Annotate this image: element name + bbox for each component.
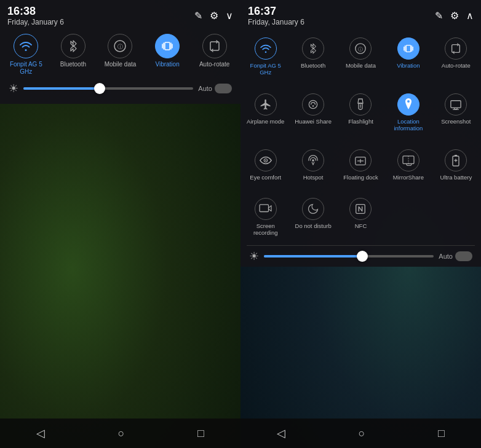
auto-toggle-right[interactable]: [455, 251, 472, 261]
tiles-grid-row4: Screenrecording Do not disturb NFC: [240, 189, 481, 245]
tile-floatingdock-right[interactable]: Floating dock: [338, 146, 383, 184]
status-bar-left: 16:38 Friday, January 6 ✎ ⚙ ∨: [0, 0, 240, 29]
settings-icon-right[interactable]: ⚙: [450, 10, 459, 22]
flashlight-label: Flashlight: [348, 118, 373, 125]
brightness-icon-left: ☀: [9, 82, 18, 95]
home-button-right[interactable]: ○: [359, 427, 365, 440]
location-icon: [403, 98, 413, 111]
mobiledata-label-right: Mobile data: [346, 62, 376, 69]
tile-flashlight-right[interactable]: Flashlight: [338, 90, 383, 136]
mobiledata-icon-left: ⓘ: [113, 39, 127, 53]
floatingdock-icon-wrap: [349, 149, 372, 171]
tile-vibration-left[interactable]: Vibration: [146, 34, 188, 76]
ultrabattery-label: Ultra battery: [440, 174, 472, 181]
screenrecording-icon: [259, 203, 272, 214]
tiles-grid-row1: Fonpit AG 5GHz Bluetooth ⓘ Mobile da: [240, 29, 481, 85]
screenshot-label: Screenshot: [441, 118, 471, 125]
edit-icon-right[interactable]: ✎: [435, 10, 443, 22]
tile-huaweishare-right[interactable]: Huawei Share: [290, 90, 335, 136]
chevron-up-icon-right[interactable]: ∧: [466, 10, 474, 22]
bluetooth-label-right: Bluetooth: [301, 62, 325, 69]
mobiledata-icon-wrap-left: ⓘ: [108, 34, 132, 58]
tile-autorotate-right[interactable]: Auto-rotate: [434, 34, 479, 80]
tile-nfc-right[interactable]: NFC: [338, 194, 383, 240]
tile-airplane-right[interactable]: Airplane mode: [243, 90, 288, 136]
brightness-row-left: ☀ Auto: [0, 78, 240, 99]
eyecomfort-label: Eye comfort: [250, 174, 281, 181]
settings-icon-left[interactable]: ⚙: [210, 10, 218, 22]
tile-mirrorshare-right[interactable]: MirrorShare: [386, 146, 431, 184]
tiles-grid-row2: Airplane mode Huawei Share: [240, 85, 481, 141]
tile-vibration-right[interactable]: Vibration: [386, 34, 431, 80]
airplane-icon-wrap: [255, 93, 277, 116]
tile-wifi-right[interactable]: Fonpit AG 5GHz: [243, 34, 288, 80]
svg-text:ⓘ: ⓘ: [358, 47, 363, 52]
tile-screenshot-right[interactable]: Screenshot: [434, 90, 479, 136]
tile-ultrabattery-right[interactable]: Ultra battery: [434, 146, 479, 184]
tile-donotdisturb-right[interactable]: Do not disturb: [290, 194, 335, 240]
home-button-left[interactable]: ○: [118, 427, 125, 440]
brightness-icon-right: ☀: [249, 250, 259, 263]
status-icons-right: ✎ ⚙ ∧: [435, 10, 474, 22]
vibration-icon-right: [403, 43, 414, 54]
donotdisturb-icon: [307, 203, 319, 215]
tile-bluetooth-left[interactable]: Bluetooth: [52, 34, 94, 76]
svg-rect-12: [451, 100, 461, 108]
svg-rect-2: [165, 42, 170, 50]
tiles-grid-row3: Eye comfort Hotspot: [240, 141, 481, 189]
nav-bar-right: ◁ ○ □: [240, 419, 481, 448]
flashlight-icon-wrap: [349, 93, 372, 116]
svg-rect-17: [403, 155, 414, 163]
screenshot-icon: [450, 99, 462, 110]
mobiledata-label-left: Mobile data: [105, 61, 137, 68]
svg-rect-6: [406, 45, 410, 52]
chevron-down-icon-left[interactable]: ∨: [226, 10, 233, 22]
floatingdock-icon: [354, 154, 367, 167]
tile-autorotate-left[interactable]: Auto-rotate: [194, 34, 236, 76]
bluetooth-icon-right: [309, 42, 317, 55]
brightness-slider-right[interactable]: [264, 255, 434, 257]
tile-eyecomfort-right[interactable]: Eye comfort: [243, 146, 288, 184]
eyecomfort-icon: [259, 155, 272, 165]
status-right-info: 16:37 Friday, January 6: [248, 5, 304, 26]
svg-rect-19: [260, 205, 268, 212]
tile-wifi-left[interactable]: Fonpit AG 5GHz: [5, 34, 47, 76]
flashlight-icon: [356, 98, 365, 111]
vibration-label-right: Vibration: [397, 62, 419, 69]
recents-button-left[interactable]: □: [197, 427, 204, 440]
wifi-icon-right: [260, 44, 272, 53]
tile-bluetooth-right[interactable]: Bluetooth: [290, 34, 335, 80]
svg-point-15: [312, 159, 314, 162]
auto-toggle-left[interactable]: [215, 84, 232, 93]
location-label: Location information: [387, 118, 429, 132]
tile-hotspot-right[interactable]: Hotspot: [290, 146, 335, 184]
autorotate-icon-wrap-left: [202, 34, 227, 58]
status-icons-left: ✎ ⚙ ∨: [194, 10, 233, 22]
recents-button-right[interactable]: □: [438, 427, 445, 440]
wifi-icon-wrap: [14, 34, 38, 58]
back-button-left[interactable]: ◁: [36, 426, 45, 440]
tile-location-right[interactable]: Location information: [386, 90, 431, 136]
time-right: 16:37: [248, 5, 304, 18]
svg-point-14: [265, 160, 266, 161]
edit-icon-left[interactable]: ✎: [194, 10, 202, 22]
wifi-icon: [19, 41, 33, 52]
wifi-icon-wrap-right: [255, 37, 277, 60]
svg-rect-7: [452, 45, 460, 53]
status-left-info: 16:38 Friday, January 6: [7, 5, 64, 26]
mobiledata-icon-wrap-right: ⓘ: [349, 37, 372, 60]
tile-mobiledata-left[interactable]: ⓘ Mobile data: [99, 34, 141, 76]
time-left: 16:38: [7, 5, 64, 18]
wifi-label-left: Fonpit AG 5GHz: [10, 61, 42, 76]
autorotate-label-left: Auto-rotate: [199, 61, 229, 68]
nav-bar-left: ◁ ○ □: [0, 419, 240, 448]
brightness-slider-left[interactable]: [23, 87, 193, 90]
ultrabattery-icon-wrap: [445, 149, 467, 171]
vibration-label-left: Vibration: [155, 61, 179, 68]
brightness-thumb-left: [94, 83, 105, 94]
autorotate-label-right: Auto-rotate: [442, 62, 471, 69]
tile-screenrecording-right[interactable]: Screenrecording: [243, 194, 288, 240]
airplane-icon: [260, 98, 272, 111]
back-button-right[interactable]: ◁: [277, 426, 285, 440]
tile-mobiledata-right[interactable]: ⓘ Mobile data: [338, 34, 383, 80]
